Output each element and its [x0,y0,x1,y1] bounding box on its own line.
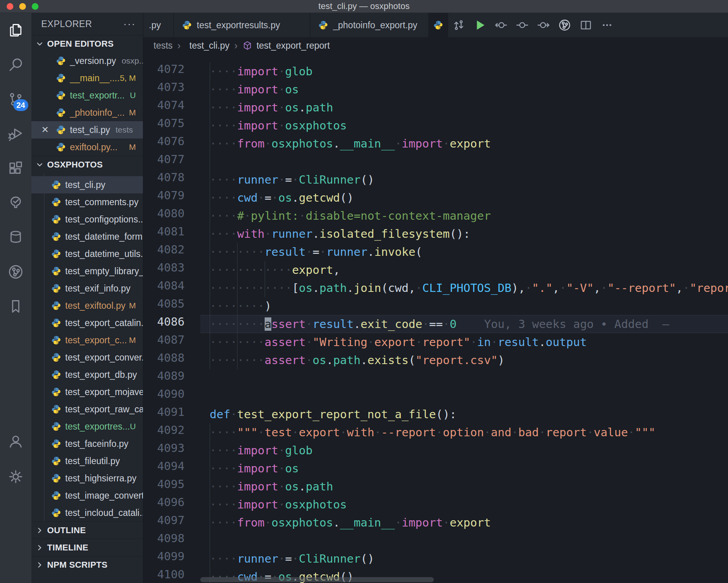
activity-explorer-icon[interactable] [0,13,31,47]
tree-item-test-export-catalin-[interactable]: test_export_catalin... [31,314,143,332]
tree-item-test-export-db-py[interactable]: test_export_db.py [31,366,143,383]
tree-item-test-exiftool-py[interactable]: test_exiftool.pyM [31,297,143,314]
activity-tree-checkmark-icon[interactable] [0,186,31,220]
open-editor-item[interactable]: test_exportr...U [31,87,143,104]
split-editor-icon[interactable] [575,13,596,37]
section-header-timeline[interactable]: TIMELINE [31,539,143,556]
navigate-forward-icon[interactable] [533,13,554,37]
breadcrumb-item-test_export_report[interactable]: test_export_report [256,40,330,51]
breadcrumb-item-tests[interactable]: tests [154,40,173,51]
section-header-open-editors[interactable]: OPEN EDITORS [31,35,143,52]
code-line-4088[interactable]: 4088········assert·os.path.exists("repor… [143,351,728,369]
python-file-icon [51,456,61,466]
code-line-4083[interactable]: 4083············export, [143,261,728,279]
tree-item-test-cli-py[interactable]: test_cli.py [31,176,143,193]
tree-item-test-export-mojave-[interactable]: test_export_mojave... [31,383,143,401]
tab-.py[interactable]: .py [143,13,174,37]
indent-guide [210,261,210,279]
section-header-npm-scripts[interactable]: NPM SCRIPTS [31,556,143,573]
code-line-4096[interactable]: 4096····import·osxphotos [143,496,728,514]
open-editor-item[interactable]: exiftool.py...M [31,138,143,156]
tab-pinned-active[interactable] [429,13,448,37]
code-line-4099[interactable]: 4099····runner·=·CliRunner() [143,550,728,568]
tree-item-test-fileutil-py[interactable]: test_fileutil.py [31,452,143,470]
open-editor-item[interactable]: _photoinfo_...M [31,104,143,121]
source-control-badge: 24 [13,99,28,111]
more-actions-icon[interactable] [596,13,618,37]
tree-item-test-export-raw-ca-[interactable]: test_export_raw_ca... [31,401,143,418]
close-icon[interactable]: × [42,123,49,136]
tree-item-test-datetime-form-[interactable]: test_datetime_form... [31,228,143,245]
activity-bookmarks-icon[interactable] [0,289,31,324]
run-file-icon[interactable] [469,13,490,37]
navigate-back-icon[interactable] [490,13,512,37]
line-number: 4075 [143,117,200,135]
code-line-4082[interactable]: 4082········result·=·runner.invoke( [143,243,728,261]
open-editor-item[interactable]: __main__....5, M [31,69,143,87]
tree-item-test-comments-py[interactable]: test_comments.py [31,193,143,211]
activity-source-control-icon[interactable]: 24 [0,82,31,117]
close-window-button[interactable] [7,3,13,10]
code-line-4079[interactable]: 4079····cwd·=·os.getcwd() [143,189,728,207]
section-header-outline[interactable]: OUTLINE [31,521,143,539]
code-line-4087[interactable]: 4087········assert·"Writing·export·repor… [143,333,728,351]
minimize-window-button[interactable] [19,3,26,10]
tree-item-test-configoptions-[interactable]: test_configoptions.... [31,211,143,228]
code-line-4089[interactable]: 4089 [143,369,728,387]
code-line-4072[interactable]: 4072····import·glob [143,62,728,80]
activity-search-icon[interactable] [0,47,31,82]
tree-item-test-faceinfo-py[interactable]: test_faceinfo.py [31,435,143,452]
tree-item-test-datetime-utils-[interactable]: test_datetime_utils.... [31,245,143,262]
tree-item-test-export-conver-[interactable]: test_export_conver... [31,349,143,366]
code-line-4097[interactable]: 4097····from·osxphotos.__main__·import·e… [143,514,728,532]
tree-item-test-image-convert-[interactable]: test_image_convert... [31,487,143,504]
compare-changes-icon[interactable] [448,13,469,37]
code-line-4074[interactable]: 4074····import·os.path [143,98,728,117]
horizontal-scrollbar[interactable] [200,577,434,582]
code-line-4092[interactable]: 4092····"""·test·export·with·--report·op… [143,423,728,441]
code-line-4095[interactable]: 4095····import·os.path [143,477,728,496]
tree-item-test-export-c-[interactable]: test_export_c...M [31,332,143,349]
tree-item-test-incloud-catali-[interactable]: test_incloud_catali... [31,504,143,521]
breadcrumb-item-test_cli.py[interactable]: test_cli.py [189,40,229,51]
activity-gitlens-icon[interactable] [0,255,31,289]
open-editor-item[interactable]: _version.pyosxp... [31,52,143,69]
explorer-more-actions-icon[interactable]: ··· [123,18,136,30]
python-file-icon [51,197,61,207]
code-editor[interactable]: 4072····import·glob4073····import·os4074… [143,54,728,583]
zoom-window-button[interactable] [32,3,38,10]
code-line-4094[interactable]: 4094····import·os [143,459,728,477]
activity-extensions-icon[interactable] [0,151,31,186]
gitlens-graph-icon[interactable] [554,13,575,37]
section-header-osxphotos[interactable]: OSXPHOTOS [31,156,143,173]
code-line-4078[interactable]: 4078····runner·=·CliRunner() [143,171,728,189]
open-editor-item[interactable]: ×test_cli.pytests [31,121,143,138]
tab-test_exportresults.py[interactable]: test_exportresults.py [174,13,310,37]
code-line-4081[interactable]: 4081····with·runner.isolated_filesystem(… [143,225,728,243]
code-line-4086[interactable]: 4086········assert·result.exit_code·==·0… [143,315,728,333]
code-line-4075[interactable]: 4075····import·osxphotos [143,117,728,135]
code-line-4091[interactable]: 4091def·test_export_report_not_a_file(): [143,405,728,423]
code-line-4084[interactable]: 4084············[os.path.join(cwd,·CLI_P… [143,279,728,297]
python-file-icon [433,20,443,30]
navigate-current-icon[interactable] [512,13,533,37]
code-line-4090[interactable]: 4090 [143,387,728,405]
tree-item-test-exif-info-py[interactable]: test_exif_info.py [31,280,143,297]
line-number: 4094 [143,459,200,477]
tree-item-test-exportres-[interactable]: test_exportres...U [31,418,143,435]
code-line-4098[interactable]: 4098 [143,532,728,550]
indent-guide [210,80,210,98]
code-line-4077[interactable]: 4077 [143,153,728,171]
activity-database-icon[interactable] [0,220,31,255]
code-line-4085[interactable]: 4085········) [143,297,728,315]
code-line-4080[interactable]: 4080····#·pylint:·disable=not-context-ma… [143,207,728,225]
tree-item-test-empty-library-[interactable]: test_empty_library_... [31,262,143,280]
activity-settings-icon[interactable] [0,459,31,494]
tree-item-test-highsierra-py[interactable]: test_highsierra.py [31,470,143,487]
tab-_photoinfo_export.py[interactable]: _photoinfo_export.py [310,13,429,37]
activity-account-icon[interactable] [0,424,31,459]
activity-run-and-debug-icon[interactable] [0,117,31,151]
code-line-4076[interactable]: 4076····from·osxphotos.__main__·import·e… [143,135,728,153]
code-line-4093[interactable]: 4093····import·glob [143,441,728,459]
code-line-4073[interactable]: 4073····import·os [143,80,728,98]
